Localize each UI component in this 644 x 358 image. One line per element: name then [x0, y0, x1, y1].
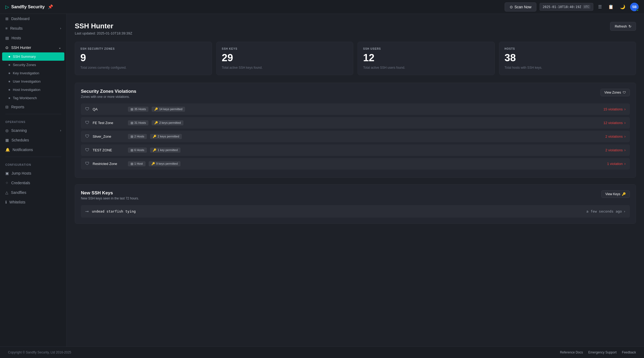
refresh-label: Refresh: [615, 24, 627, 28]
sidebar-item-label: Scanning: [11, 128, 27, 133]
logo-area: ▷ Sandfly Security 📌: [5, 4, 505, 10]
zone-violations: 2 violations ›: [605, 134, 626, 138]
sidebar-item-scanning[interactable]: ◎ Scanning ›: [0, 126, 66, 135]
zone-row-sliver[interactable]: 🛡 Sliver_Zone ▤ 2 Hosts 🔑 2 keys permitt…: [81, 131, 630, 142]
new-ssh-keys-section: New SSH Keys New SSH keys seen in the la…: [75, 184, 636, 224]
sidebar-item-label: Dashboard: [11, 17, 30, 21]
dashboard-icon: ⊞: [5, 17, 9, 21]
sidebar-item-sandflies[interactable]: △ Sandflies: [0, 188, 66, 197]
sidebar-item-ssh-hunter[interactable]: ⊙ SSH Hunter ⌄: [0, 43, 66, 52]
sidebar-item-label: Whitelists: [9, 200, 25, 204]
sidebar-item-notifications[interactable]: 🔔 Notifications: [0, 145, 66, 155]
view-zones-button[interactable]: View Zones 🛡: [600, 89, 630, 96]
zone-row-fe-test[interactable]: 🛡 FE Test Zone ▤ 31 Hosts 🔑 2 keys permi…: [81, 117, 630, 129]
main-layout: ⊞ Dashboard ≡ Results › ▤ Hosts ⊙ SSH Hu…: [0, 14, 644, 347]
jump-hosts-icon: ▣: [5, 171, 9, 175]
dot-icon: [9, 97, 10, 99]
shield-icon: 🛡: [623, 91, 626, 94]
feedback-link[interactable]: Feedback: [622, 351, 636, 354]
footer-links: Reference Docs Emergency Support Feedbac…: [560, 351, 636, 354]
zone-row-qa[interactable]: 🛡 QA ▤ 35 Hosts 🔑 14 keys permitted 15 v…: [81, 103, 630, 115]
zone-keys-badge: 🔑 2 keys permitted: [152, 120, 183, 125]
zone-hosts-badge: ▤ 2 Hosts: [128, 134, 147, 139]
reference-docs-link[interactable]: Reference Docs: [560, 351, 583, 354]
keys-count: 14 keys permitted: [159, 107, 182, 111]
stat-desc: Total active SSH keys found.: [222, 66, 348, 70]
menu-icon[interactable]: ☰: [596, 3, 603, 11]
sidebar-item-credentials[interactable]: ⁘ Credentials: [0, 178, 66, 188]
zone-name: Sliver_Zone: [93, 134, 125, 138]
sidebar-subitem-key-investigation[interactable]: Key Investigation: [0, 69, 66, 77]
hosts-icon: ▤: [5, 36, 9, 40]
zone-name: FE Test Zone: [93, 121, 125, 125]
view-keys-button[interactable]: View Keys 🔑: [601, 190, 630, 198]
violations-count: 15 violations: [603, 107, 623, 111]
sidebar-subitem-host-investigation[interactable]: Host Investigation: [0, 86, 66, 94]
sidebar-item-label: SSH Hunter: [11, 45, 31, 50]
chevron-right-icon: ›: [624, 148, 626, 152]
topnav-right: ⊙ Scan Now 2025-01-10T18:40:19Z UTC ☰ 📋 …: [505, 2, 639, 11]
shield-icon: 🛡: [85, 120, 89, 125]
key-icon: 🔑: [154, 121, 158, 125]
stat-cards: SSH SECURITY ZONES 9 Total zones current…: [75, 42, 636, 75]
sidebar-item-label: Hosts: [11, 36, 21, 40]
datetime-value: 2025-01-10T18:40:19Z: [543, 5, 581, 9]
sidebar-subitem-ssh-summary[interactable]: SSH Summary: [2, 52, 64, 61]
subitem-label: Key Investigation: [13, 71, 39, 75]
sidebar-item-schedules[interactable]: ▦ Schedules: [0, 135, 66, 145]
server-icon: ▤: [131, 135, 133, 138]
scan-now-icon: ⊙: [510, 5, 513, 9]
zone-row-test-zone[interactable]: 🛡 TEST ZONE ▤ 6 Hosts 🔑 1 key permitted …: [81, 144, 630, 156]
scanning-icon: ◎: [5, 128, 9, 133]
page-header: SSH Hunter Last updated: 2025-01-10T18:3…: [75, 22, 636, 35]
sidebar-subitem-security-zones[interactable]: Security Zones: [0, 61, 66, 69]
subitem-label: User Investigation: [13, 79, 41, 83]
chevron-right-icon: ›: [60, 26, 61, 30]
topnav: ▷ Sandfly Security 📌 ⊙ Scan Now 2025-01-…: [0, 0, 644, 14]
shield-icon: 🛡: [85, 161, 89, 166]
sidebar-item-label: Reports: [11, 105, 24, 109]
sidebar-item-results[interactable]: ≡ Results ›: [0, 24, 66, 33]
dot-icon: [9, 81, 10, 82]
active-dot: [9, 56, 10, 57]
sidebar-subitem-tag-workbench[interactable]: Tag Workbench: [0, 94, 66, 102]
file-icon[interactable]: 📋: [607, 3, 615, 11]
stat-desc: Total zones currently configured.: [80, 66, 206, 70]
sandflies-icon: △: [5, 190, 8, 195]
refresh-button[interactable]: Refresh ↻: [610, 22, 636, 31]
dot-icon: [9, 89, 10, 91]
shield-icon: 🛡: [85, 134, 89, 139]
time-text: a few seconds ago: [586, 209, 622, 213]
last-updated-value: 2025-01-10T18:39:39Z: [97, 31, 132, 35]
zone-row-restricted[interactable]: 🛡 Restricted Zone ▤ 1 Host 🔑 9 keys perm…: [81, 158, 630, 170]
sidebar-item-whitelists[interactable]: ℹ Whitelists: [0, 197, 66, 207]
section-subtitle: New SSH keys seen in the last 72 hours.: [81, 197, 139, 200]
security-zones-section: Security Zones Violations Zones with one…: [75, 83, 636, 178]
key-row[interactable]: ⊸ undead starfish tying a few seconds ag…: [81, 205, 630, 218]
hosts-count: 1 Host: [134, 162, 143, 165]
sidebar-item-label: Sandflies: [11, 190, 26, 195]
stat-label: SSH USERS: [363, 47, 489, 50]
server-icon: ▤: [131, 148, 133, 152]
user-avatar[interactable]: SB: [630, 3, 639, 11]
pin-icon[interactable]: 📌: [48, 4, 53, 9]
moon-icon[interactable]: 🌙: [618, 3, 627, 11]
ssh-hunter-icon: ⊙: [5, 45, 9, 50]
server-icon: ▤: [131, 121, 133, 125]
hosts-count: 2 Hosts: [134, 135, 144, 138]
sidebar-item-dashboard[interactable]: ⊞ Dashboard: [0, 14, 66, 24]
sidebar-subitem-user-investigation[interactable]: User Investigation: [0, 77, 66, 86]
scan-now-button[interactable]: ⊙ Scan Now: [505, 2, 537, 11]
sidebar-item-hosts[interactable]: ▤ Hosts: [0, 33, 66, 43]
configuration-section-label: CONFIGURATION: [0, 159, 66, 168]
stat-card-ssh-zones: SSH SECURITY ZONES 9 Total zones current…: [75, 42, 212, 75]
sidebar-item-jump-hosts[interactable]: ▣ Jump Hosts: [0, 168, 66, 178]
section-header-left: Security Zones Violations Zones with one…: [81, 89, 136, 99]
emergency-support-link[interactable]: Emergency Support: [588, 351, 616, 354]
subitem-label: Host Investigation: [13, 88, 40, 92]
page-header-left: SSH Hunter Last updated: 2025-01-10T18:3…: [75, 22, 132, 35]
violations-count: 2 violations: [605, 134, 623, 138]
last-updated-label: Last updated:: [75, 31, 96, 35]
section-header: Security Zones Violations Zones with one…: [81, 89, 630, 99]
sidebar-item-reports[interactable]: ⊟ Reports: [0, 102, 66, 112]
